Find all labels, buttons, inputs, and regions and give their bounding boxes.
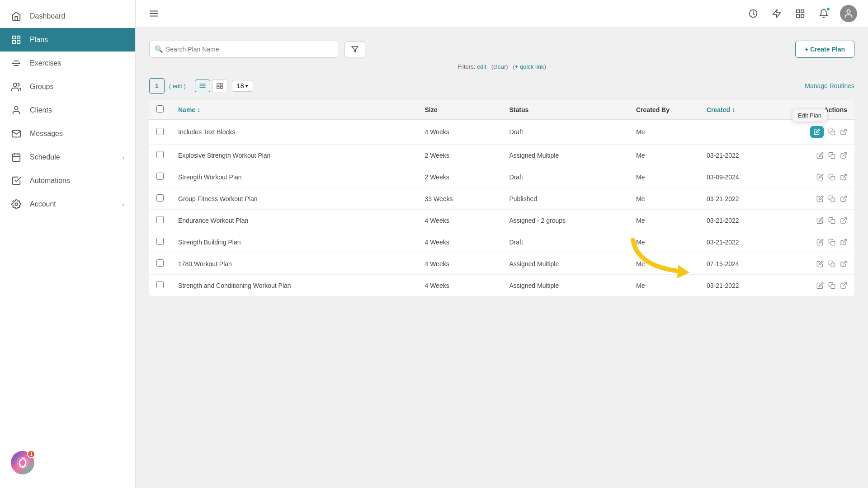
svg-line-33	[843, 129, 846, 132]
action-icons	[791, 152, 847, 159]
row-checkbox-cell	[149, 166, 171, 188]
plan-name-cell: Strength Workout Plan	[171, 166, 417, 188]
lightning-icon-button[interactable]	[769, 6, 784, 21]
per-page-select[interactable]: 18 ▾	[232, 80, 254, 92]
edit-action-button[interactable]	[816, 217, 824, 224]
row-checkbox[interactable]	[156, 281, 164, 288]
sidebar-avatar[interactable]: 1	[11, 451, 34, 474]
copy-action-button[interactable]	[828, 217, 835, 224]
page-edit-link[interactable]: ( edit )	[169, 83, 186, 89]
plan-name-cell: Strength Building Plan	[171, 231, 417, 253]
copy-action-button[interactable]	[828, 174, 835, 181]
grid-view-button[interactable]	[212, 80, 227, 92]
svg-point-6	[14, 83, 17, 86]
select-all-checkbox[interactable]	[156, 105, 164, 113]
copy-action-button[interactable]	[828, 152, 835, 159]
copy-action-button[interactable]	[828, 195, 835, 202]
sidebar-badge: 1	[27, 450, 35, 458]
edit-action-button[interactable]	[816, 282, 824, 289]
svg-point-4	[12, 62, 14, 64]
row-checkbox[interactable]	[156, 216, 164, 223]
plan-created-by-cell: Me	[629, 210, 699, 231]
edit-action-button[interactable]	[816, 174, 824, 181]
plan-created-cell: 03-21-2022	[699, 145, 784, 166]
search-input[interactable]	[149, 41, 339, 58]
filter-button[interactable]	[344, 41, 365, 57]
plan-actions-cell	[784, 210, 854, 231]
svg-rect-34	[831, 155, 835, 159]
plan-status-cell: Assigned Multiple	[502, 145, 629, 166]
create-plan-button[interactable]: + Create Plan	[795, 41, 854, 58]
edit-action-button[interactable]	[816, 195, 824, 202]
edit-highlighted-button[interactable]: Edit Plan	[810, 126, 824, 138]
list-view-button[interactable]	[195, 80, 210, 92]
copy-action-button[interactable]	[828, 282, 835, 289]
history-icon-button[interactable]	[746, 6, 760, 21]
svg-rect-20	[801, 9, 804, 12]
content-area: 🔍 + Create Plan Filters: edit (clear) (+…	[136, 27, 868, 488]
link-action-button[interactable]	[840, 174, 847, 181]
table-row: Strength and Conditioning Workout Plan 4…	[149, 275, 854, 296]
filters-clear-link[interactable]: clear	[493, 63, 506, 70]
sidebar-item-messages[interactable]: Messages	[0, 122, 135, 145]
created-by-column-header: Created By	[629, 100, 699, 120]
svg-rect-40	[831, 220, 835, 224]
row-checkbox-cell	[149, 275, 171, 296]
groups-icon	[11, 81, 22, 92]
hamburger-menu-button[interactable]	[146, 6, 161, 21]
svg-rect-22	[801, 14, 804, 17]
copy-action-button[interactable]	[828, 260, 835, 267]
grid-icon-button[interactable]	[793, 6, 807, 21]
plan-created-by-cell: Me	[629, 188, 699, 210]
plan-created-by-cell: Me	[629, 120, 699, 145]
svg-marker-18	[773, 9, 781, 17]
sidebar-item-label: Automations	[30, 177, 70, 185]
plan-actions-cell	[784, 253, 854, 275]
row-checkbox[interactable]	[156, 238, 164, 245]
edit-action-button[interactable]: Edit Plan	[810, 126, 824, 138]
name-column-header[interactable]: Name ↕	[171, 100, 417, 120]
sidebar-item-schedule[interactable]: Schedule ›	[0, 145, 135, 169]
sidebar-item-clients[interactable]: Clients	[0, 99, 135, 122]
svg-rect-29	[220, 83, 222, 85]
chevron-down-icon: ▾	[245, 83, 248, 89]
sidebar-item-exercises[interactable]: Exercises	[0, 52, 135, 75]
home-icon	[11, 11, 22, 22]
copy-action-button[interactable]	[828, 239, 835, 246]
edit-plan-tooltip: Edit Plan	[792, 109, 827, 122]
manage-routines-link[interactable]: Manage Routines	[805, 82, 854, 89]
plan-status-cell: Assigned Multiple	[502, 275, 629, 296]
filters-quicklink[interactable]: + quick link	[515, 63, 544, 70]
created-column-header[interactable]: Created ↕	[699, 100, 784, 120]
sidebar-item-dashboard[interactable]: Dashboard	[0, 5, 135, 28]
link-action-button[interactable]	[840, 282, 847, 289]
bell-icon-button[interactable]	[816, 6, 831, 21]
edit-action-button[interactable]	[816, 239, 824, 246]
link-action-button[interactable]	[840, 128, 847, 136]
link-action-button[interactable]	[840, 152, 847, 159]
link-action-button[interactable]	[840, 195, 847, 202]
edit-action-button[interactable]	[816, 152, 824, 159]
filters-edit-link[interactable]: edit	[477, 63, 486, 70]
sidebar-item-plans[interactable]: Plans	[0, 28, 135, 52]
sidebar-item-automations[interactable]: Automations	[0, 169, 135, 192]
user-avatar-button[interactable]	[840, 5, 857, 22]
row-checkbox[interactable]	[156, 128, 164, 135]
edit-action-button[interactable]	[816, 260, 824, 267]
row-checkbox[interactable]	[156, 173, 164, 180]
chevron-right-icon: ›	[123, 201, 124, 208]
plan-created-by-cell: Me	[629, 166, 699, 188]
plan-created-by-cell: Me	[629, 231, 699, 253]
sidebar-item-groups[interactable]: Groups	[0, 75, 135, 99]
row-checkbox[interactable]	[156, 259, 164, 267]
plan-name-cell: Explosive Strength Workout Plan	[171, 145, 417, 166]
bell-notification-dot	[826, 7, 830, 11]
row-checkbox[interactable]	[156, 194, 164, 202]
svg-marker-24	[352, 47, 358, 52]
copy-action-button[interactable]	[828, 128, 835, 136]
sidebar-item-account[interactable]: Account ›	[0, 192, 135, 216]
link-action-button[interactable]	[840, 217, 847, 224]
link-action-button[interactable]	[840, 260, 847, 267]
row-checkbox[interactable]	[156, 151, 164, 158]
link-action-button[interactable]	[840, 239, 847, 246]
